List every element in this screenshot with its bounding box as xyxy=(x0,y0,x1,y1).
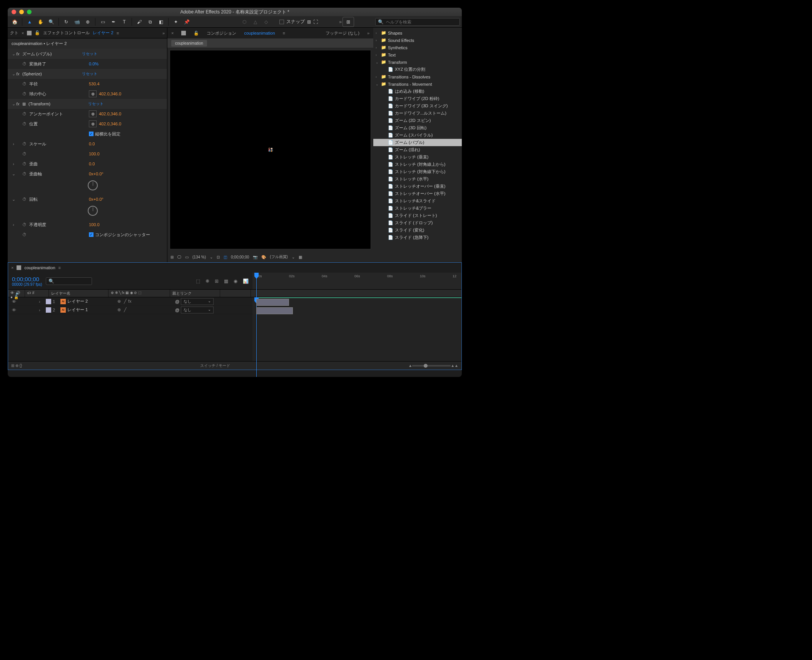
layer-duration-bar[interactable] xyxy=(256,299,289,306)
property-value[interactable]: 100.0 xyxy=(89,222,100,227)
folder-item[interactable]: ›📁Synthetics xyxy=(373,44,462,51)
footage-tab[interactable]: フッテージ (なし) xyxy=(326,30,359,36)
help-search[interactable]: 🔍 xyxy=(375,18,460,26)
layer-color-swatch[interactable] xyxy=(46,299,51,304)
stopwatch-icon[interactable]: ⏱ xyxy=(22,197,29,202)
folder-item[interactable]: ⌄📁Transform xyxy=(373,58,462,66)
comp-tab-label[interactable]: コンポジション xyxy=(207,30,236,36)
eye-icon[interactable]: 👁 xyxy=(8,299,20,304)
transparency-icon[interactable]: ◫ xyxy=(224,255,227,259)
snap-icon[interactable]: ⊞ xyxy=(307,19,311,25)
comp-mini-icon[interactable]: ⬚ xyxy=(196,278,200,284)
reset-link[interactable]: リセット xyxy=(82,71,97,77)
stopwatch-icon[interactable]: ⏱ xyxy=(22,222,29,227)
stopwatch-icon[interactable]: ⏱ xyxy=(22,142,29,146)
res-icon[interactable]: ⊡ xyxy=(217,255,220,259)
pickwhip-icon[interactable]: @ xyxy=(175,308,179,312)
property-value[interactable]: 100.0 xyxy=(89,152,100,156)
point-picker-icon[interactable]: ⊕ xyxy=(89,110,97,117)
stopwatch-icon[interactable]: ⏱ xyxy=(22,62,29,66)
stopwatch-icon[interactable]: ⏱ xyxy=(22,92,29,96)
overflow-icon[interactable]: » xyxy=(162,31,165,35)
snap-icon2[interactable]: ⛶ xyxy=(313,19,318,25)
camera-icon[interactable]: 📷 xyxy=(253,255,257,259)
lock-icon[interactable]: 🔓 xyxy=(35,30,40,35)
point-picker-icon[interactable]: ⊕ xyxy=(89,120,97,127)
comp-subtab[interactable]: coupleanimation xyxy=(171,40,207,47)
folder-item[interactable]: ⌄📁Transitions - Movement xyxy=(373,80,462,88)
panel-menu-icon[interactable]: ≡ xyxy=(58,265,61,270)
monitor-icon[interactable]: 🖵 xyxy=(177,255,181,259)
motion-blur-icon[interactable]: ◉ xyxy=(234,278,237,284)
parent-dropdown[interactable]: なし⌄ xyxy=(181,298,214,305)
view-icon[interactable]: ▦ xyxy=(299,255,302,259)
property-value[interactable]: 402.0,346.0 xyxy=(99,122,121,126)
rectangle-tool-icon[interactable]: ▭ xyxy=(98,17,108,27)
preset-item[interactable]: 📄はめ込み (移動) xyxy=(373,88,462,95)
folder-item[interactable]: ›📁Transitions - Dissolves xyxy=(373,73,462,80)
overflow-icon[interactable]: » xyxy=(367,31,369,35)
mesh3-icon[interactable]: ◇ xyxy=(261,17,271,27)
col-parent[interactable]: 親とリンク xyxy=(170,290,220,297)
help-search-input[interactable] xyxy=(386,20,457,24)
reset-link[interactable]: リセット xyxy=(88,101,104,107)
eye-icon[interactable]: 👁 xyxy=(8,308,20,312)
frame-blend-icon[interactable]: ▦ xyxy=(224,278,228,284)
zoom-in-icon[interactable]: ▲▲ xyxy=(451,363,458,368)
snap-checkbox[interactable] xyxy=(279,20,284,24)
shy-icon[interactable]: ❋ xyxy=(206,278,209,284)
layer-search[interactable]: 🔍 xyxy=(46,277,92,285)
layer-name[interactable]: レイヤー 2 xyxy=(67,298,117,304)
effect-name[interactable]: (Spherize) xyxy=(22,72,82,76)
timecode[interactable]: 0;00;00;00 xyxy=(12,276,42,282)
preset-item[interactable]: 📄ストレッチオーバー (垂直) xyxy=(373,183,462,190)
clone-tool-icon[interactable]: ⧉ xyxy=(145,17,155,27)
effect-name[interactable]: ズーム (バブル) xyxy=(22,51,82,57)
layer-row[interactable]: 👁›1Aiレイヤー 2⊕╱fx@なし⌄ xyxy=(8,297,252,306)
folder-item[interactable]: ›📁Text xyxy=(373,51,462,58)
panel-menu-icon[interactable]: ≡ xyxy=(117,31,119,35)
preset-item[interactable]: 📄スライド (急降下) xyxy=(373,234,462,241)
toggle-switches-icon[interactable]: ⊞ ⊕ {} xyxy=(11,363,22,368)
preset-item[interactable]: 📄ストレッチ (対角線上から) xyxy=(373,161,462,168)
mesh2-icon[interactable]: △ xyxy=(250,17,260,27)
roto-tool-icon[interactable]: ✦ xyxy=(171,17,181,27)
col-layer-name[interactable]: レイヤー名 xyxy=(49,290,109,297)
lock-icon[interactable]: 🔓 xyxy=(194,31,199,36)
zoom-out-icon[interactable]: ▲ xyxy=(408,363,412,368)
property-value[interactable]: 0x+0.0° xyxy=(89,172,104,176)
preset-item[interactable]: 📄ズーム (揺れ) xyxy=(373,146,462,153)
close-tab-icon[interactable]: × xyxy=(11,265,13,270)
close-tab-icon[interactable]: × xyxy=(171,31,174,35)
preset-item[interactable]: 📄ストレッチ (垂直) xyxy=(373,153,462,161)
preset-item[interactable]: 📄カードワイプ (2D 粉砕) xyxy=(373,95,462,102)
grid-icon[interactable]: ⊞ xyxy=(170,255,174,259)
preset-item[interactable]: 📄ストレッチ (水平) xyxy=(373,175,462,183)
twisty-icon[interactable]: › xyxy=(39,308,44,312)
preset-item[interactable]: 📄スライド (変化) xyxy=(373,227,462,234)
preset-item[interactable]: 📄スライド (ドロップ) xyxy=(373,219,462,227)
workspace-icon[interactable]: ⊞ xyxy=(343,17,354,27)
orbit-tool-icon[interactable]: ↻ xyxy=(61,17,71,27)
preset-item[interactable]: 📄ストレッチ&スライド xyxy=(373,197,462,205)
color-icon[interactable]: 🎨 xyxy=(261,255,266,259)
mask-icon[interactable]: ▭ xyxy=(185,255,189,259)
ec-layer-link[interactable]: レイヤー 2 xyxy=(93,30,113,36)
folder-item[interactable]: ›📁Sound Effects xyxy=(373,37,462,44)
preset-item[interactable]: 📄ストレッチオーバー (水平) xyxy=(373,190,462,197)
layer-duration-bar[interactable] xyxy=(256,307,293,314)
reset-link[interactable]: リセット xyxy=(82,51,97,57)
draft3d-icon[interactable]: ⊞ xyxy=(215,278,219,284)
preset-item[interactable]: 📄ズーム (2D スピン) xyxy=(373,117,462,124)
layer-name[interactable]: レイヤー 1 xyxy=(67,307,117,313)
zoom-level[interactable]: (134 %) xyxy=(192,255,206,259)
stopwatch-icon[interactable]: ⏱ xyxy=(22,152,29,156)
type-tool-icon[interactable]: T xyxy=(119,17,129,27)
pan-behind-tool-icon[interactable]: ⊕ xyxy=(83,17,93,27)
property-value[interactable]: 0.0% xyxy=(89,62,99,66)
pen-tool-icon[interactable]: ✒ xyxy=(109,17,119,27)
stopwatch-icon[interactable]: ⏱ xyxy=(22,112,29,116)
comp-name-link[interactable]: coupleanimation xyxy=(244,31,275,35)
mesh-icon[interactable]: ⬡ xyxy=(239,17,249,27)
preset-item[interactable]: 📄ズーム (バブル) xyxy=(373,139,462,146)
